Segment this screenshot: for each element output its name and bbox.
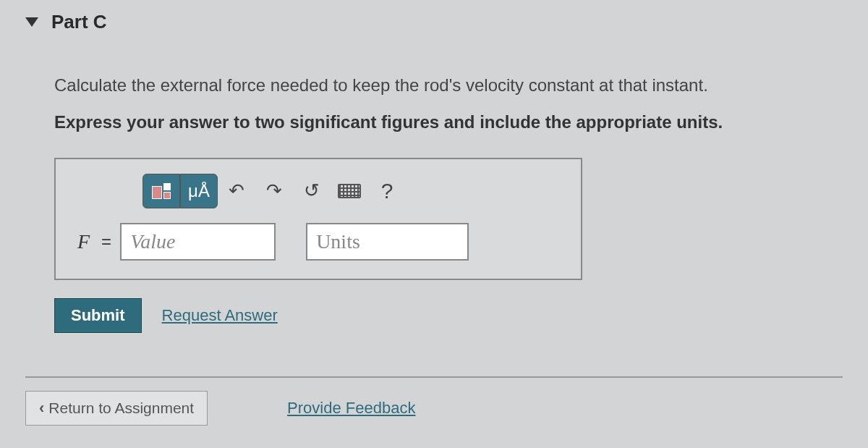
redo-icon: ↷ (266, 179, 282, 202)
return-label: Return to Assignment (48, 400, 194, 417)
chevron-left-icon: ‹ (39, 399, 44, 418)
redo-button[interactable]: ↷ (255, 174, 293, 208)
question-text: Calculate the external force needed to k… (54, 73, 843, 98)
submit-row: Submit Request Answer (54, 298, 843, 333)
keyboard-button[interactable] (331, 174, 368, 208)
request-answer-link[interactable]: Request Answer (162, 306, 278, 325)
reset-button[interactable]: ↺ (293, 174, 331, 208)
return-button[interactable]: ‹ Return to Assignment (25, 391, 208, 426)
keyboard-icon (338, 184, 361, 198)
footer-row: ‹ Return to Assignment Provide Feedback (25, 391, 843, 426)
part-header: Part C (25, 11, 843, 33)
undo-button[interactable]: ↶ (218, 174, 255, 208)
part-title: Part C (51, 11, 107, 33)
input-row: F = (77, 223, 559, 261)
collapse-toggle-icon[interactable] (25, 17, 38, 27)
submit-button[interactable]: Submit (54, 298, 142, 333)
divider (25, 376, 843, 378)
content-area: Calculate the external force needed to k… (25, 73, 843, 333)
template-icon (152, 183, 171, 199)
template-tool-button[interactable] (142, 174, 180, 208)
units-input[interactable] (306, 223, 469, 261)
instruction-text: Express your answer to two significant f… (54, 112, 843, 132)
undo-icon: ↶ (229, 179, 244, 202)
variable-label: F (77, 230, 90, 253)
reset-icon: ↺ (304, 179, 320, 202)
value-input[interactable] (120, 223, 276, 261)
help-button[interactable]: ? (368, 174, 406, 208)
feedback-link[interactable]: Provide Feedback (287, 399, 415, 418)
special-chars-button[interactable]: μÅ (180, 174, 218, 208)
equals-sign: = (101, 232, 111, 252)
answer-toolbar: μÅ ↶ ↷ ↺ ? (142, 174, 559, 208)
answer-box: μÅ ↶ ↷ ↺ ? F = (54, 158, 582, 280)
